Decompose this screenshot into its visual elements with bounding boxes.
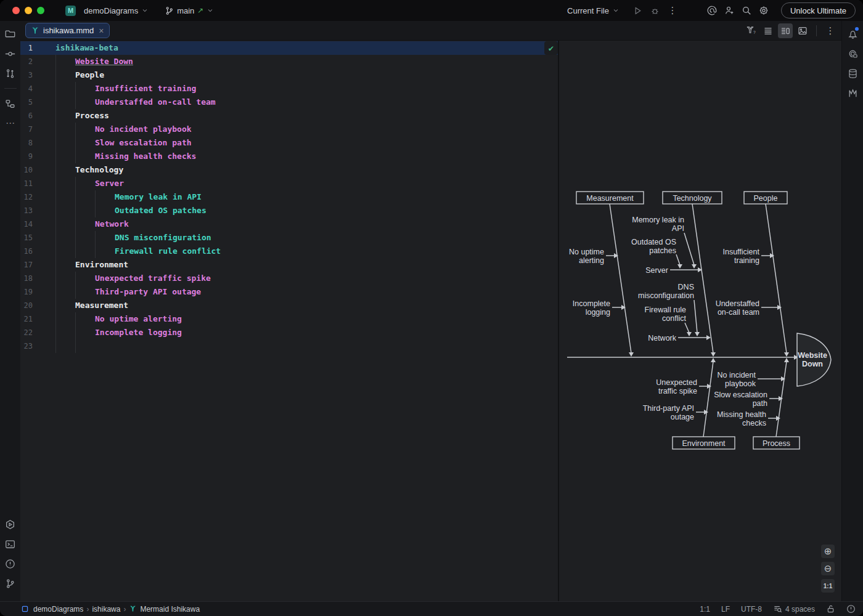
zoom-reset-button[interactable]: 1:1 (821, 579, 835, 593)
code-line[interactable]: 9Missing health checks (20, 150, 558, 163)
indent-guide (75, 245, 76, 258)
indent-guide (55, 285, 56, 299)
code-line[interactable]: 1ishikawa-beta✔ (20, 41, 558, 55)
preview-only-view-icon[interactable] (795, 23, 810, 38)
code-line[interactable]: 3People (20, 68, 558, 82)
code-line[interactable]: 5Understaffed on-call team (20, 95, 558, 109)
breadcrumb-project[interactable]: demoDiagrams (33, 605, 83, 614)
toolbar-separator (816, 25, 817, 36)
line-number: 11 (20, 177, 33, 190)
code-line[interactable]: 21No uptime alerting (20, 312, 558, 326)
git-tool-icon[interactable] (3, 576, 18, 591)
diagram-cause-label: Outdated OS (631, 238, 676, 246)
code-line[interactable]: 23 (20, 339, 558, 353)
services-tool-icon[interactable] (3, 517, 18, 532)
readonly-lock-icon[interactable] (826, 604, 835, 614)
code-line[interactable]: 15DNS misconfiguration (20, 231, 558, 245)
code-line[interactable]: 6Process (20, 109, 558, 123)
indent-guide (75, 272, 76, 285)
workspace-icon[interactable] (21, 605, 29, 613)
line-number: 1 (20, 41, 33, 55)
diagram-cause-label: Insufficient (722, 248, 759, 256)
zoom-in-button[interactable]: ⊕ (821, 545, 835, 558)
indent-guide (55, 68, 56, 82)
database-tool-icon[interactable] (845, 66, 860, 81)
run-configuration-widget[interactable]: Current File (563, 3, 623, 18)
macos-zoom-button[interactable] (37, 7, 44, 14)
code-line[interactable]: 2Website Down (20, 55, 558, 68)
run-button[interactable] (629, 2, 647, 18)
editor-only-view-icon[interactable] (761, 23, 775, 38)
line-separator-widget[interactable]: LF (721, 605, 730, 614)
code-text: Process (75, 109, 109, 123)
unlock-ultimate-button[interactable]: Unlock Ultimate (781, 2, 856, 18)
terminal-tool-icon[interactable] (3, 537, 18, 551)
encoding-widget[interactable]: UTF-8 (741, 605, 762, 614)
inspections-widget-icon[interactable] (846, 604, 856, 614)
code-line[interactable]: 22Incomplete logging (20, 326, 558, 339)
tab-close-icon[interactable]: × (99, 26, 104, 36)
ai-assistant-tool-icon[interactable] (845, 46, 860, 61)
ai-assistant-button[interactable] (703, 2, 721, 18)
diagram-arrowhead (677, 264, 682, 269)
indent-guide (55, 231, 56, 245)
mermaid-help-icon[interactable]: ? (743, 23, 758, 38)
indent-guide (55, 190, 56, 204)
code-line[interactable]: 11Server (20, 177, 558, 190)
mermaid-file-icon (31, 26, 39, 35)
commit-tool-icon[interactable] (3, 46, 18, 61)
zoom-out-button[interactable]: ⊖ (821, 562, 835, 575)
diagram-bone-line (703, 362, 713, 437)
code-line[interactable]: 19Third-party API outage (20, 285, 558, 299)
indent-widget[interactable]: 4 spaces (773, 604, 815, 614)
macos-close-button[interactable] (12, 7, 20, 14)
code-line[interactable]: 13Outdated OS patches (20, 204, 558, 217)
code-editor[interactable]: 1ishikawa-beta✔2Website Down3People4Insu… (20, 41, 558, 601)
macos-minimize-button[interactable] (25, 7, 32, 14)
code-text: Measurement (75, 299, 128, 312)
code-line[interactable]: 14Network (20, 217, 558, 231)
code-with-me-button[interactable] (721, 2, 738, 18)
project-tool-icon[interactable] (3, 26, 18, 41)
diagram-cause-label: Understaffed (716, 299, 759, 308)
caret-position-widget[interactable]: 1:1 (700, 605, 710, 614)
code-line[interactable]: 12Memory leak in API (20, 190, 558, 204)
code-line[interactable]: 8Slow escalation path (20, 136, 558, 150)
indent-guide (75, 312, 76, 326)
code-text: Firewall rule conflict (115, 245, 221, 258)
code-line[interactable]: 17Environment (20, 258, 558, 272)
editor-options-menu-icon[interactable]: ⋮ (823, 23, 838, 38)
project-widget[interactable]: demoDiagrams (80, 3, 152, 18)
code-line[interactable]: 7No incident playbook (20, 123, 558, 136)
indent-guide (55, 326, 56, 339)
more-run-actions-button[interactable]: ⋮ (664, 2, 681, 18)
settings-button[interactable] (755, 2, 772, 18)
code-line[interactable]: 20Measurement (20, 299, 558, 312)
inspections-ok-icon[interactable]: ✔ (544, 41, 558, 55)
maven-tool-icon[interactable] (845, 86, 860, 100)
breadcrumb-file[interactable]: Mermaid Ishikawa (140, 605, 200, 614)
indent-guide (75, 136, 76, 150)
code-text: No incident playbook (95, 123, 192, 136)
vcs-widget[interactable]: main ↗ (161, 3, 218, 18)
vcs-tool-icon[interactable] (3, 66, 18, 81)
code-line[interactable]: 18Unexpected traffic spike (20, 272, 558, 285)
debug-button[interactable] (647, 2, 664, 18)
line-number: 22 (20, 326, 33, 339)
code-line[interactable]: 16Firewall rule conflict (20, 245, 558, 258)
indent-guide (55, 312, 56, 326)
more-tools-icon[interactable]: ⋯ (3, 116, 18, 131)
notifications-bell-icon[interactable] (845, 26, 860, 41)
problems-tool-icon[interactable] (3, 556, 18, 571)
diagram-cause-label: DNS (678, 283, 694, 291)
mermaid-file-icon (129, 605, 137, 613)
tab-ishikawa-mmd[interactable]: ishikawa.mmd × (25, 23, 110, 38)
breadcrumb-folder[interactable]: ishikawa (92, 605, 120, 614)
structure-tool-icon[interactable] (3, 96, 18, 111)
code-line[interactable]: 10Technology (20, 163, 558, 177)
search-everywhere-button[interactable] (738, 2, 755, 18)
code-line[interactable]: 4Insufficient training (20, 82, 558, 95)
tab-label: ishikawa.mmd (43, 26, 94, 35)
indent-guide (55, 95, 56, 109)
split-editor-preview-icon[interactable] (778, 23, 793, 38)
